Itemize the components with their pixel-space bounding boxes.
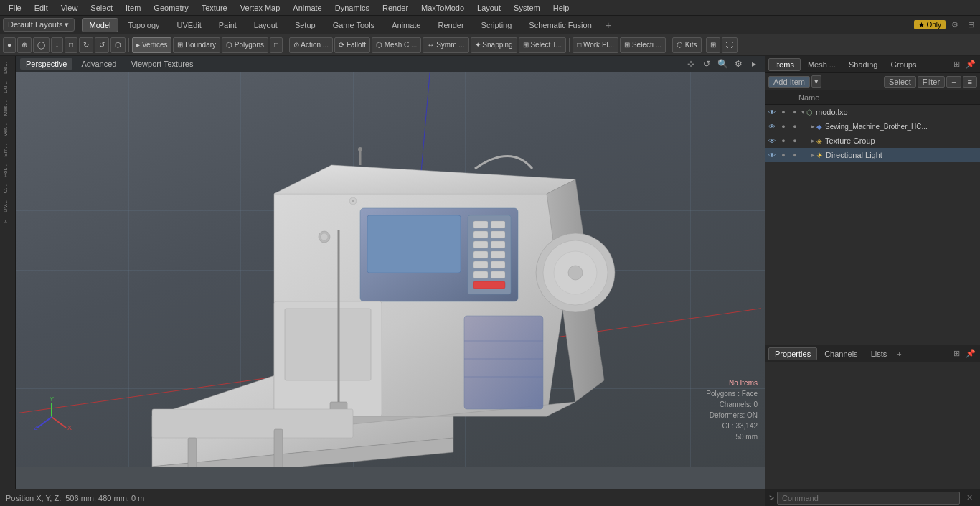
- sidebar-btn-du[interactable]: Du...: [1, 78, 14, 96]
- tool-workpl[interactable]: □ Work Pl...: [573, 37, 618, 53]
- tab-schematic[interactable]: Schematic Fusion: [521, 18, 599, 32]
- command-input[interactable]: [777, 492, 960, 505]
- tool-kits[interactable]: ⬡ Kits: [672, 37, 701, 53]
- sidebar-btn-uv[interactable]: UV...: [1, 197, 14, 215]
- tab-gametools[interactable]: Game Tools: [325, 18, 383, 32]
- vp-tab-perspective[interactable]: Perspective: [20, 58, 72, 70]
- tab-setup[interactable]: Setup: [287, 18, 324, 32]
- panel-tab-items[interactable]: Items: [768, 58, 801, 71]
- vp-fit-icon[interactable]: ⊹: [684, 57, 697, 70]
- list-item-texture-group[interactable]: 👁 ● ● ▸ ◈ Texture Group: [765, 133, 980, 148]
- scene-canvas[interactable]: No Items Polygons : Face Channels: 0 Def…: [16, 72, 765, 467]
- expand-modo-lxo[interactable]: ▾: [801, 108, 805, 116]
- vp-settings-icon[interactable]: ⚙: [732, 57, 745, 70]
- menu-system[interactable]: System: [508, 2, 546, 14]
- tab-paint[interactable]: Paint: [211, 18, 245, 32]
- expand-light[interactable]: ▸: [811, 151, 815, 159]
- vp-zoom-icon[interactable]: 🔍: [716, 57, 729, 70]
- props-pin-icon[interactable]: 📌: [964, 347, 977, 360]
- tab-layout[interactable]: Layout: [246, 18, 286, 32]
- tool-target[interactable]: ⊕: [17, 37, 32, 53]
- sidebar-btn-ver[interactable]: Ver...: [1, 121, 14, 139]
- tab-model[interactable]: Model: [82, 18, 119, 32]
- tool-fullscreen[interactable]: ⛶: [722, 37, 738, 53]
- viewport[interactable]: Perspective Advanced Viewport Textures ⊹…: [16, 56, 765, 489]
- props-tab-lists[interactable]: Lists: [865, 348, 893, 360]
- tab-animate[interactable]: Animate: [384, 18, 428, 32]
- tool-falloff[interactable]: ⟳ Falloff: [334, 37, 370, 53]
- eye2-texture[interactable]: ●: [778, 136, 788, 146]
- expand-sewing[interactable]: ▸: [811, 123, 815, 130]
- tab-uvedit[interactable]: UVEdit: [169, 18, 209, 32]
- eye3-sewing[interactable]: ●: [790, 121, 800, 131]
- menu-dynamics[interactable]: Dynamics: [329, 2, 375, 14]
- items-chevron-btn[interactable]: ≡: [963, 76, 977, 88]
- menu-maxtomodo[interactable]: MaxToModo: [415, 2, 470, 14]
- layout-add-tab[interactable]: +: [601, 18, 616, 32]
- props-add-tab[interactable]: +: [894, 350, 904, 358]
- sidebar-btn-f[interactable]: F: [1, 217, 14, 226]
- tool-selectt[interactable]: ⊞ Select T...: [519, 37, 567, 53]
- eye-light[interactable]: 👁: [767, 150, 777, 160]
- tool-maximize[interactable]: ⊞: [706, 37, 720, 53]
- panel-pin-icon[interactable]: 📌: [964, 58, 977, 71]
- tool-meshc[interactable]: ⬡ Mesh C ...: [372, 37, 421, 53]
- props-tab-channels[interactable]: Channels: [819, 348, 863, 360]
- menu-texture[interactable]: Texture: [196, 2, 233, 14]
- props-tab-properties[interactable]: Properties: [768, 347, 817, 360]
- tool-vertices[interactable]: ▸ ▸ VerticesVertices: [132, 37, 171, 53]
- tab-topology[interactable]: Topology: [120, 18, 167, 32]
- menu-item[interactable]: Item: [120, 2, 146, 14]
- panel-tab-mesh[interactable]: Mesh ...: [802, 59, 842, 70]
- list-item-sewing-machine[interactable]: 👁 ● ● ▸ ◆ Sewing_Machine_Brother_HC...: [765, 119, 980, 133]
- vp-expand-icon[interactable]: ▸: [748, 57, 760, 70]
- sidebar-btn-em[interactable]: Em...: [1, 141, 14, 160]
- tool-hex[interactable]: ⬡: [110, 37, 126, 53]
- panel-tab-groups[interactable]: Groups: [885, 59, 922, 70]
- add-item-dropdown[interactable]: ▾: [811, 75, 821, 88]
- sidebar-btn-c[interactable]: C...: [1, 182, 14, 196]
- list-item-modo-lxo[interactable]: 👁 ● ● ▾ ⬡ modo.lxo: [765, 105, 980, 119]
- tool-rotate2[interactable]: ↺: [95, 37, 109, 53]
- menu-render[interactable]: Render: [377, 2, 414, 14]
- tool-square[interactable]: □: [270, 37, 283, 53]
- list-item-directional-light[interactable]: 👁 ● ● ▸ ☀ Directional Light: [765, 148, 980, 162]
- eye3-light[interactable]: ●: [790, 150, 800, 160]
- tool-action[interactable]: ⊙ Action ...: [289, 37, 333, 53]
- tool-rect[interactable]: □: [65, 37, 77, 53]
- tool-snapping[interactable]: ✦ Snapping: [471, 37, 517, 53]
- vp-tab-advanced[interactable]: Advanced: [75, 58, 122, 70]
- tool-move[interactable]: ↕: [51, 37, 63, 53]
- tool-selecti[interactable]: ⊞ Selecti ...: [620, 37, 666, 53]
- add-item-button[interactable]: Add Item: [768, 76, 810, 88]
- cmd-arrow-icon[interactable]: >: [769, 493, 774, 503]
- props-expand-icon[interactable]: ⊞: [950, 347, 963, 360]
- eye2-sewing[interactable]: ●: [778, 121, 788, 131]
- sidebar-btn-pol[interactable]: Pol...: [1, 161, 14, 180]
- tool-dot[interactable]: ●: [3, 37, 16, 53]
- eye-modo-lxo[interactable]: 👁: [767, 107, 777, 117]
- layout-expand-icon[interactable]: ⊞: [964, 19, 977, 32]
- menu-select[interactable]: Select: [85, 2, 118, 14]
- menu-help[interactable]: Help: [547, 2, 575, 14]
- panel-expand-icon[interactable]: ⊞: [950, 58, 963, 71]
- layout-settings-icon[interactable]: ⚙: [948, 19, 961, 32]
- sidebar-btn-mes[interactable]: Mes...: [1, 98, 14, 119]
- cmd-clear-icon[interactable]: ✕: [963, 492, 976, 505]
- eye-texture[interactable]: 👁: [767, 136, 777, 146]
- eye-sewing[interactable]: 👁: [767, 121, 777, 131]
- items-minus-btn[interactable]: −: [946, 76, 961, 88]
- tool-boundary[interactable]: ⊞ Boundary: [173, 37, 220, 53]
- tool-rotate[interactable]: ↻: [79, 37, 93, 53]
- tab-render[interactable]: Render: [430, 18, 471, 32]
- eye3-texture[interactable]: ●: [790, 136, 800, 146]
- select-button[interactable]: Select: [884, 76, 916, 88]
- expand-texture[interactable]: ▸: [811, 137, 815, 144]
- vp-tab-textures[interactable]: Viewport Textures: [125, 58, 199, 70]
- menu-layout[interactable]: Layout: [471, 2, 507, 14]
- eye3-modo-lxo[interactable]: ●: [790, 107, 800, 117]
- eye2-light[interactable]: ●: [778, 150, 788, 160]
- tool-symm[interactable]: ↔ Symm ...: [423, 37, 468, 53]
- vp-reset-icon[interactable]: ↺: [700, 57, 713, 70]
- tool-lasso[interactable]: ◯: [33, 37, 50, 53]
